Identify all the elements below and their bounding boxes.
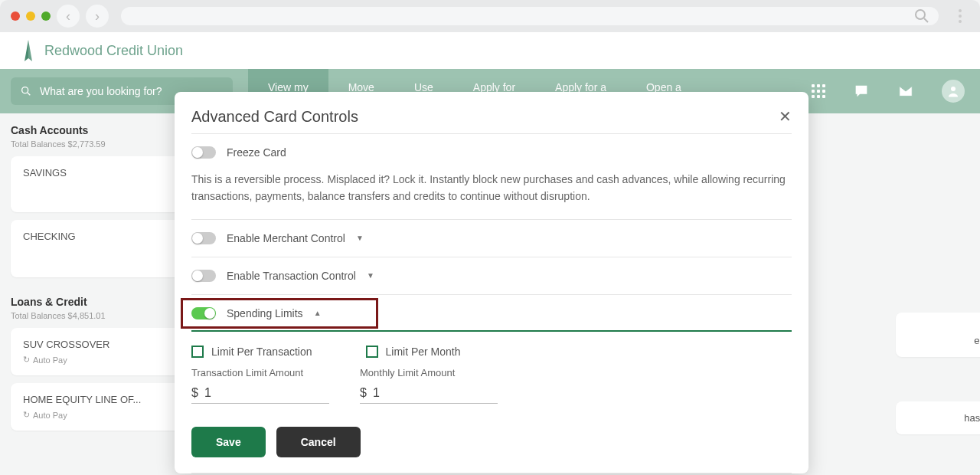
limit-per-transaction-label: Limit Per Transaction: [211, 346, 312, 358]
transaction-control-toggle[interactable]: [191, 270, 216, 282]
modal-title: Advanced Card Controls: [191, 108, 358, 126]
back-button[interactable]: ‹: [57, 5, 80, 28]
advanced-card-controls-modal: Advanced Card Controls ✕ Freeze Card Thi…: [175, 92, 808, 473]
window-controls[interactable]: [11, 11, 51, 21]
avatar[interactable]: [942, 80, 965, 103]
merchant-control-label: Enable Merchant Control: [227, 232, 345, 244]
merchant-control-toggle[interactable]: [191, 232, 216, 244]
right-card-1[interactable]: serts: [896, 313, 980, 357]
svg-line-3: [28, 93, 30, 95]
url-bar[interactable]: [121, 7, 939, 25]
forward-button[interactable]: ›: [86, 5, 109, 28]
transaction-limit-input[interactable]: $1: [191, 383, 329, 404]
close-icon[interactable]: ✕: [779, 107, 792, 126]
freeze-card-toggle[interactable]: [191, 146, 216, 159]
apps-icon[interactable]: [812, 84, 825, 98]
cancel-button[interactable]: Cancel: [276, 427, 361, 457]
chevron-down-icon[interactable]: ▼: [367, 271, 374, 280]
browser-menu[interactable]: [951, 9, 969, 23]
svg-point-4: [951, 87, 956, 91]
svg-point-0: [916, 10, 925, 19]
logo-icon: [20, 40, 37, 61]
spending-limits-label: Spending Limits: [227, 307, 303, 319]
brand-name: Redwood Credit Union: [44, 43, 183, 59]
chevron-up-icon[interactable]: ▲: [314, 309, 322, 317]
save-button[interactable]: Save: [191, 427, 266, 457]
svg-point-2: [22, 87, 28, 93]
mail-icon[interactable]: [897, 83, 914, 100]
limit-per-transaction-checkbox[interactable]: [191, 346, 204, 358]
chat-icon[interactable]: [853, 83, 870, 100]
right-card-2[interactable]: hases: [896, 401, 980, 434]
transaction-control-label: Enable Transaction Control: [227, 270, 356, 282]
limit-per-month-label: Limit Per Month: [386, 346, 461, 358]
monthly-limit-input[interactable]: $1: [360, 383, 498, 404]
svg-line-1: [924, 18, 928, 22]
transaction-limit-label: Transaction Limit Amount: [191, 367, 329, 378]
search-icon: [913, 7, 931, 25]
spending-limits-toggle[interactable]: [191, 307, 216, 319]
search-icon: [20, 85, 32, 97]
monthly-limit-label: Monthly Limit Amount: [360, 367, 498, 378]
freeze-card-label: Freeze Card: [227, 146, 286, 159]
user-icon: [946, 84, 960, 98]
limit-per-month-checkbox[interactable]: [366, 346, 378, 358]
chevron-down-icon[interactable]: ▼: [356, 234, 364, 242]
freeze-card-desc: This is a reversible process. Misplaced …: [191, 171, 792, 219]
